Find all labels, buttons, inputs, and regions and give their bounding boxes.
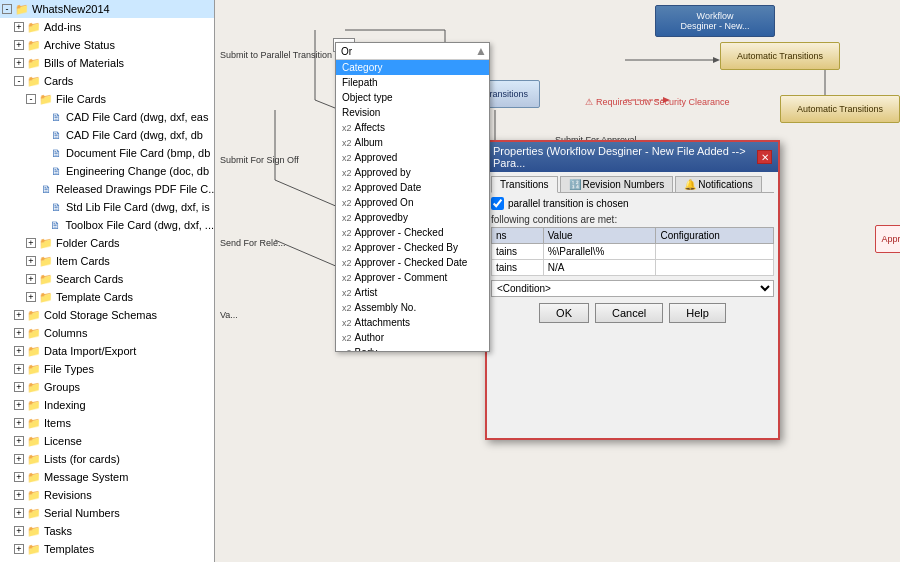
tree-item-archivestatus[interactable]: + 📁 Archive Status bbox=[0, 36, 214, 54]
expand-items[interactable]: + bbox=[14, 418, 24, 428]
dropdown-item-approvedby2[interactable]: x2 Approvedby bbox=[336, 210, 489, 225]
cancel-button[interactable]: Cancel bbox=[595, 303, 663, 323]
tree-item-rel1[interactable]: 🗎 Released Drawings PDF File C... bbox=[0, 180, 214, 198]
tree-item-cards[interactable]: - 📁 Cards bbox=[0, 72, 214, 90]
tab-notifications[interactable]: 🔔 Notifications bbox=[675, 176, 761, 192]
tree-item-filetypes[interactable]: + 📁 File Types bbox=[0, 360, 214, 378]
expand-addins[interactable]: + bbox=[14, 22, 24, 32]
help-button[interactable]: Help bbox=[669, 303, 726, 323]
dropdown-item-approver-checkedby[interactable]: x2 Approver - Checked By bbox=[336, 240, 489, 255]
dropdown-list[interactable]: ▲ Category Filepath Object type Revision… bbox=[335, 42, 490, 352]
tree-item-bom[interactable]: + 📁 Bills of Materials bbox=[0, 54, 214, 72]
expand-messagesystem[interactable]: + bbox=[14, 472, 24, 482]
tree-item-serialnumbers[interactable]: + 📁 Serial Numbers bbox=[0, 504, 214, 522]
tree-item-templatecards[interactable]: + 📁 Template Cards bbox=[0, 288, 214, 306]
label-rel1: Released Drawings PDF File C... bbox=[56, 183, 215, 195]
tree-item-itemcards[interactable]: + 📁 Item Cards bbox=[0, 252, 214, 270]
expand-templates[interactable]: + bbox=[14, 544, 24, 554]
folder-icon-license: 📁 bbox=[26, 433, 42, 449]
col-value: Value bbox=[543, 228, 656, 244]
tree-item-license[interactable]: + 📁 License bbox=[0, 432, 214, 450]
tree-item-tool1[interactable]: 🗎 Toolbox File Card (dwg, dxf, ... bbox=[0, 216, 214, 234]
tab-transitions[interactable]: Transitions bbox=[491, 176, 558, 193]
tree-item-whatsnew[interactable]: - 📁 WhatsNew2014 bbox=[0, 0, 214, 18]
dropdown-item-filepath[interactable]: Filepath bbox=[336, 75, 489, 90]
expand-whatsnew[interactable]: - bbox=[2, 4, 12, 14]
dropdown-item-approvedon[interactable]: x2 Approved On bbox=[336, 195, 489, 210]
tree-item-cad2[interactable]: 🗎 CAD File Card (dwg, dxf, db bbox=[0, 126, 214, 144]
dropdown-item-approveddate[interactable]: x2 Approved Date bbox=[336, 180, 489, 195]
expand-license[interactable]: + bbox=[14, 436, 24, 446]
ok-button[interactable]: OK bbox=[539, 303, 589, 323]
sidebar-tree[interactable]: - 📁 WhatsNew2014 + 📁 Add-ins + 📁 Archive… bbox=[0, 0, 215, 562]
expand-tasks[interactable]: + bbox=[14, 526, 24, 536]
tree-item-coldstorage[interactable]: + 📁 Cold Storage Schemas bbox=[0, 306, 214, 324]
label-indexing: Indexing bbox=[44, 399, 86, 411]
dropdown-item-approver-checked[interactable]: x2 Approver - Checked bbox=[336, 225, 489, 240]
expand-indexing[interactable]: + bbox=[14, 400, 24, 410]
dropdown-scroll-up[interactable]: ▲ bbox=[475, 44, 487, 58]
tree-item-toolbox[interactable]: + 📁 Toolbox bbox=[0, 558, 214, 562]
expand-coldstorage[interactable]: + bbox=[14, 310, 24, 320]
dropdown-item-approvedby[interactable]: x2 Approved by bbox=[336, 165, 489, 180]
expand-lists[interactable]: + bbox=[14, 454, 24, 464]
dropdown-item-body[interactable]: x2 Body bbox=[336, 345, 489, 352]
tree-item-doc1[interactable]: 🗎 Document File Card (bmp, db bbox=[0, 144, 214, 162]
dropdown-search-input[interactable] bbox=[338, 45, 475, 58]
dropdown-item-objecttype[interactable]: Object type bbox=[336, 90, 489, 105]
label-bom: Bills of Materials bbox=[44, 57, 124, 69]
tree-item-tasks[interactable]: + 📁 Tasks bbox=[0, 522, 214, 540]
expand-itemcards[interactable]: + bbox=[26, 256, 36, 266]
dropdown-item-assemblyno[interactable]: x2 Assembly No. bbox=[336, 300, 489, 315]
expand-filetypes[interactable]: + bbox=[14, 364, 24, 374]
tree-item-eng1[interactable]: 🗎 Engineering Change (doc, db bbox=[0, 162, 214, 180]
expand-folderfolders[interactable]: + bbox=[26, 238, 36, 248]
dropdown-item-author[interactable]: x2 Author bbox=[336, 330, 489, 345]
tree-item-columns[interactable]: + 📁 Columns bbox=[0, 324, 214, 342]
expand-dataimport[interactable]: + bbox=[14, 346, 24, 356]
condition-select[interactable]: <Condition> bbox=[491, 280, 774, 297]
dropdown-item-album[interactable]: x2 Album bbox=[336, 135, 489, 150]
dropdown-item-category[interactable]: Category bbox=[336, 60, 489, 75]
tree-item-lists[interactable]: + 📁 Lists (for cards) bbox=[0, 450, 214, 468]
expand-templatecards[interactable]: + bbox=[26, 292, 36, 302]
label-searchcards: Search Cards bbox=[56, 273, 123, 285]
dropdown-item-artist[interactable]: x2 Artist bbox=[336, 285, 489, 300]
dropdown-item-approved[interactable]: x2 Approved bbox=[336, 150, 489, 165]
tree-item-folderfolders[interactable]: + 📁 Folder Cards bbox=[0, 234, 214, 252]
tree-item-cad1[interactable]: 🗎 CAD File Card (dwg, dxf, eas bbox=[0, 108, 214, 126]
expand-searchcards[interactable]: + bbox=[26, 274, 36, 284]
parallel-checkbox[interactable] bbox=[491, 197, 504, 210]
dropdown-item-revision[interactable]: Revision bbox=[336, 105, 489, 120]
dropdown-item-approver-checkeddate[interactable]: x2 Approver - Checked Date bbox=[336, 255, 489, 270]
tree-item-revisions[interactable]: + 📁 Revisions bbox=[0, 486, 214, 504]
dropdown-item-approver-comment[interactable]: x2 Approver - Comment bbox=[336, 270, 489, 285]
tree-item-messagesystem[interactable]: + 📁 Message System bbox=[0, 468, 214, 486]
expand-archive[interactable]: + bbox=[14, 40, 24, 50]
tree-item-searchcards[interactable]: + 📁 Search Cards bbox=[0, 270, 214, 288]
dropdown-item-affects[interactable]: x2 Affects bbox=[336, 120, 489, 135]
tree-item-dataimport[interactable]: + 📁 Data Import/Export bbox=[0, 342, 214, 360]
expand-columns[interactable]: + bbox=[14, 328, 24, 338]
expand-filecards[interactable]: - bbox=[26, 94, 36, 104]
tree-item-addins[interactable]: + 📁 Add-ins bbox=[0, 18, 214, 36]
tree-item-std1[interactable]: 🗎 Std Lib File Card (dwg, dxf, is bbox=[0, 198, 214, 216]
tree-item-templates[interactable]: + 📁 Templates bbox=[0, 540, 214, 558]
dialog-close-button[interactable]: ✕ bbox=[757, 150, 772, 164]
expand-serialnumbers[interactable]: + bbox=[14, 508, 24, 518]
tree-item-items[interactable]: + 📁 Items bbox=[0, 414, 214, 432]
cell-ns-1: tains bbox=[492, 244, 544, 260]
expand-bom[interactable]: + bbox=[14, 58, 24, 68]
col-ns: ns bbox=[492, 228, 544, 244]
cell-value-2: N/A bbox=[543, 260, 656, 276]
label-templates: Templates bbox=[44, 543, 94, 555]
tree-item-indexing[interactable]: + 📁 Indexing bbox=[0, 396, 214, 414]
tab-revision-numbers[interactable]: 🔢 Revision Numbers bbox=[560, 176, 674, 192]
tree-item-groups[interactable]: + 📁 Groups bbox=[0, 378, 214, 396]
expand-revisions[interactable]: + bbox=[14, 490, 24, 500]
label-serialnumbers: Serial Numbers bbox=[44, 507, 120, 519]
expand-cards[interactable]: - bbox=[14, 76, 24, 86]
expand-groups[interactable]: + bbox=[14, 382, 24, 392]
dropdown-item-attachments[interactable]: x2 Attachments bbox=[336, 315, 489, 330]
tree-item-filecards[interactable]: - 📁 File Cards bbox=[0, 90, 214, 108]
